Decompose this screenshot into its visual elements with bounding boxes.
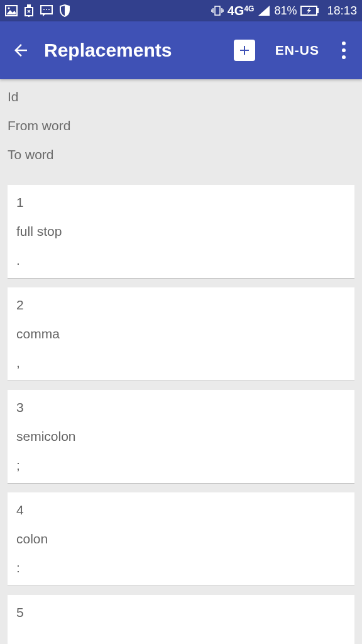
item-id: 2 xyxy=(16,297,346,313)
more-menu-button[interactable] xyxy=(334,38,353,63)
replacement-item[interactable]: 5 xyxy=(8,595,354,644)
replacement-item[interactable]: 1full stop. xyxy=(8,185,354,279)
svg-marker-21 xyxy=(307,8,311,14)
header-id: Id xyxy=(8,89,354,104)
item-to: , xyxy=(16,355,346,370)
content-area: Id From word To word 1full stop.2comma,3… xyxy=(0,79,362,644)
network-type: 4G4G xyxy=(228,4,255,18)
svg-marker-18 xyxy=(258,6,270,16)
item-id: 5 xyxy=(16,605,346,620)
header-to: To word xyxy=(8,147,354,162)
item-from: full stop xyxy=(16,224,346,239)
svg-point-10 xyxy=(43,9,45,10)
item-from: colon xyxy=(16,531,346,547)
item-id: 4 xyxy=(16,502,346,518)
item-to: . xyxy=(16,253,346,268)
status-bar: 4G4G 81% 18:13 xyxy=(0,0,362,21)
item-id: 3 xyxy=(16,400,346,415)
item-to xyxy=(16,634,346,644)
app-bar: Replacements EN-US xyxy=(0,21,362,79)
svg-point-11 xyxy=(46,9,47,10)
picture-icon xyxy=(5,5,18,16)
back-button[interactable] xyxy=(9,41,33,60)
svg-point-2 xyxy=(8,7,9,9)
svg-marker-1 xyxy=(7,10,16,14)
replacement-list: 1full stop.2comma,3semicolon;4colon:5 xyxy=(0,185,362,644)
svg-rect-13 xyxy=(215,6,220,15)
signal-icon xyxy=(258,5,270,16)
svg-rect-20 xyxy=(317,8,319,13)
item-from: semicolon xyxy=(16,429,346,444)
replacement-item[interactable]: 2comma, xyxy=(8,287,354,381)
status-right: 4G4G 81% 18:13 xyxy=(211,4,357,18)
clock: 18:13 xyxy=(327,4,357,18)
status-left xyxy=(5,4,70,17)
message-icon xyxy=(40,4,53,17)
battery-level: 81% xyxy=(274,4,297,18)
item-from: comma xyxy=(16,326,346,341)
page-title: Replacements xyxy=(39,40,228,61)
vibrate-icon xyxy=(211,5,224,16)
shield-icon xyxy=(59,4,70,17)
svg-point-12 xyxy=(48,9,50,10)
replacement-item[interactable]: 3semicolon; xyxy=(8,390,354,484)
language-selector[interactable]: EN-US xyxy=(275,43,319,58)
item-to: ; xyxy=(16,458,346,473)
column-headers: Id From word To word xyxy=(0,79,362,176)
item-to: : xyxy=(16,560,346,575)
item-id: 1 xyxy=(16,195,346,210)
usb-icon xyxy=(24,4,34,17)
battery-charging-icon xyxy=(300,6,319,16)
replacement-item[interactable]: 4colon: xyxy=(8,492,354,586)
add-button[interactable] xyxy=(234,40,255,61)
header-from: From word xyxy=(8,118,354,133)
